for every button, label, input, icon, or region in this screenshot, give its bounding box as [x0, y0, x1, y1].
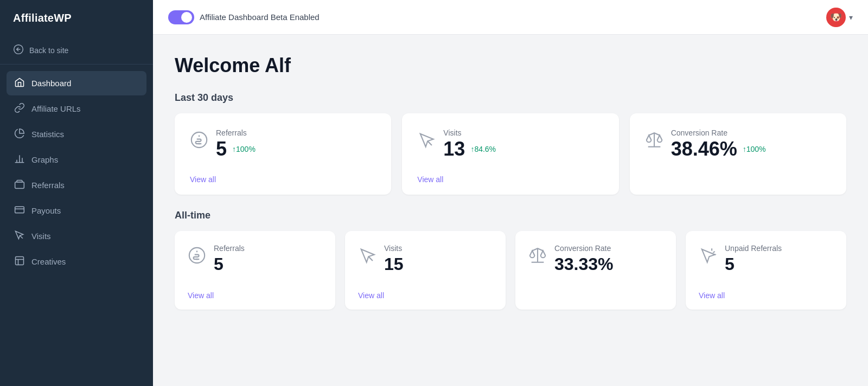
- referrals-icon: [14, 179, 25, 191]
- conversion-badge: ↑100%: [743, 145, 766, 153]
- card-top: Referrals 5 ↑100%: [190, 128, 376, 166]
- card-top: Visits 15: [358, 244, 493, 282]
- sidebar-item-payouts-label: Payouts: [31, 206, 61, 215]
- visits-badge: ↑84.6%: [470, 145, 496, 153]
- card-top: Unpaid Referrals 5: [699, 244, 833, 282]
- last30-section-label: Last 30 days: [175, 92, 846, 104]
- toggle-thumb: [181, 12, 192, 23]
- dollar-circle-icon: [190, 131, 208, 151]
- sidebar-item-creatives[interactable]: Creatives: [7, 249, 146, 274]
- alltime-unpaid-label: Unpaid Referrals: [725, 244, 782, 253]
- alltime-conversion-card: Conversion Rate 33.33%: [515, 231, 676, 310]
- visits-value: 13: [443, 139, 465, 159]
- chart-pie-icon: [14, 128, 25, 140]
- sidebar-logo: AffiliateWP: [0, 0, 153, 36]
- beta-toggle-container: Affiliate Dashboard Beta Enabled: [168, 10, 320, 24]
- sidebar-item-statistics[interactable]: Statistics: [7, 122, 146, 146]
- link-icon: [14, 102, 25, 115]
- alltime-conversion-body: Conversion Rate 33.33%: [554, 244, 614, 274]
- alltime-visits-value: 15: [384, 255, 404, 274]
- alltime-unpaid-card: Unpaid Referrals 5 View all: [686, 231, 846, 310]
- visits-view-all-link[interactable]: View all: [417, 175, 603, 184]
- alltime-unpaid-view-all[interactable]: View all: [699, 291, 833, 300]
- alltime-visits-body: Visits 15: [384, 244, 404, 274]
- visits-card-body: Visits 13 ↑84.6%: [443, 128, 496, 159]
- svg-rect-6: [15, 182, 24, 189]
- svg-point-13: [189, 248, 205, 263]
- main-content: Affiliate Dashboard Beta Enabled 🐶 ▾ Wel…: [153, 0, 868, 386]
- sidebar-item-affiliate-urls[interactable]: Affiliate URLs: [7, 97, 146, 121]
- beta-toggle[interactable]: [168, 10, 194, 24]
- card-top: Visits 13 ↑84.6%: [417, 128, 603, 166]
- alltime-visits-label: Visits: [384, 244, 404, 253]
- sidebar-item-creatives-label: Creatives: [31, 257, 66, 266]
- back-icon: [13, 44, 24, 56]
- visits-icon: [14, 230, 25, 242]
- home-icon: [14, 77, 25, 89]
- svg-point-10: [192, 132, 207, 147]
- alltime-referrals-label: Referrals: [214, 244, 245, 253]
- referrals-card-body: Referrals 5 ↑100%: [216, 128, 256, 159]
- visits-label: Visits: [443, 128, 496, 137]
- topbar: Affiliate Dashboard Beta Enabled 🐶 ▾: [153, 0, 868, 35]
- toggle-label: Affiliate Dashboard Beta Enabled: [200, 12, 320, 22]
- creatives-icon: [14, 255, 25, 268]
- referrals-badge: ↑100%: [232, 145, 256, 153]
- back-to-site-label: Back to site: [29, 46, 68, 55]
- sidebar-item-visits[interactable]: Visits: [7, 224, 146, 248]
- alltime-referrals-body: Referrals 5: [214, 244, 245, 274]
- svg-rect-7: [15, 207, 24, 213]
- sidebar: AffiliateWP Back to site Dashboard: [0, 0, 153, 386]
- last30-visits-card: Visits 13 ↑84.6% View all: [402, 113, 618, 195]
- alltime-cards-row: Referrals 5 View all Visits: [175, 231, 846, 310]
- alltime-unpaid-value: 5: [725, 255, 782, 274]
- sidebar-item-referrals-label: Referrals: [31, 181, 65, 190]
- referrals-label: Referrals: [216, 128, 256, 137]
- chevron-down-icon: ▾: [849, 13, 853, 22]
- cursor-icon-sm: [358, 246, 376, 267]
- svg-rect-9: [16, 257, 24, 265]
- svg-line-17: [713, 252, 715, 253]
- dashboard-content: Welcome Alf Last 30 days Referrals: [153, 35, 868, 386]
- back-to-site-button[interactable]: Back to site: [0, 36, 153, 65]
- alltime-referrals-card: Referrals 5 View all: [175, 231, 335, 310]
- last30-cards-row: Referrals 5 ↑100% View all: [175, 113, 846, 195]
- cursor-icon: [417, 131, 436, 151]
- visits-value-row: 13 ↑84.6%: [443, 139, 496, 159]
- user-avatar-button[interactable]: 🐶 ▾: [826, 8, 853, 27]
- sidebar-item-visits-label: Visits: [31, 231, 51, 241]
- toggle-track[interactable]: [168, 10, 194, 24]
- alltime-conversion-value: 33.33%: [554, 255, 614, 274]
- cursor-spark-icon: [699, 246, 717, 267]
- card-top: Referrals 5: [188, 244, 322, 282]
- alltime-unpaid-body: Unpaid Referrals 5: [725, 244, 782, 274]
- alltime-visits-view-all[interactable]: View all: [358, 291, 493, 300]
- alltime-referrals-value: 5: [214, 255, 245, 274]
- sidebar-item-statistics-label: Statistics: [31, 130, 64, 139]
- conversion-value-row: 38.46% ↑100%: [671, 139, 766, 159]
- referrals-value: 5: [216, 139, 227, 159]
- payout-icon: [14, 204, 25, 217]
- scale-icon-sm: [528, 246, 547, 267]
- topbar-right: 🐶 ▾: [826, 8, 853, 27]
- sidebar-nav: Dashboard Affiliate URLs Statistics: [0, 69, 153, 277]
- sidebar-item-affiliate-urls-label: Affiliate URLs: [31, 104, 81, 113]
- referrals-view-all-link[interactable]: View all: [190, 175, 376, 184]
- card-top: Conversion Rate 38.46% ↑100%: [645, 128, 831, 184]
- card-top: Conversion Rate 33.33%: [528, 244, 663, 300]
- sidebar-item-graphs-label: Graphs: [31, 155, 58, 164]
- dollar-circle-icon-sm: [188, 246, 206, 267]
- alltime-visits-card: Visits 15 View all: [345, 231, 506, 310]
- alltime-section-label: All-time: [175, 210, 846, 221]
- avatar: 🐶: [826, 8, 846, 27]
- sidebar-item-payouts[interactable]: Payouts: [7, 198, 146, 223]
- sidebar-item-referrals[interactable]: Referrals: [7, 173, 146, 197]
- sidebar-item-graphs[interactable]: Graphs: [7, 147, 146, 172]
- sidebar-item-dashboard-label: Dashboard: [31, 79, 71, 88]
- sidebar-item-dashboard[interactable]: Dashboard: [7, 71, 146, 95]
- alltime-conversion-label: Conversion Rate: [554, 244, 614, 253]
- last30-conversion-card: Conversion Rate 38.46% ↑100%: [630, 113, 846, 195]
- conversion-value: 38.46%: [671, 139, 737, 159]
- conversion-card-body: Conversion Rate 38.46% ↑100%: [671, 128, 766, 159]
- alltime-referrals-view-all[interactable]: View all: [188, 291, 322, 300]
